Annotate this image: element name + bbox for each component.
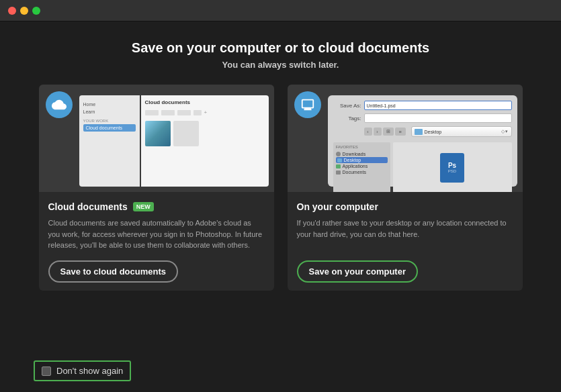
dont-show-checkbox[interactable]	[42, 366, 51, 376]
desktop-label: Desktop	[344, 158, 361, 162]
fav-downloads: Downloads	[336, 151, 388, 157]
location-value: Desktop	[425, 130, 442, 134]
mock-your-work: YOUR WORK	[83, 119, 136, 123]
mock-rect-3	[177, 110, 191, 115]
computer-card-body: On your computer If you'd rather save to…	[288, 192, 523, 291]
cloud-card-title-row: Cloud documents NEW	[48, 201, 265, 212]
nav-grid: ⊞	[383, 128, 394, 136]
cloud-card-title: Cloud documents	[48, 201, 128, 212]
mock-button-row: +	[145, 109, 265, 115]
computer-preview: Save As: Untitled-1.psd Tags: ‹ › ⊞ ≡	[288, 85, 523, 192]
tags-row: Tags:	[333, 113, 512, 123]
mock-rect-1	[145, 110, 159, 115]
psd-file-icon: Ps PSD	[440, 153, 464, 183]
dont-show-label: Don't show again	[56, 366, 123, 376]
mock-cloud-docs: Cloud documents	[83, 124, 136, 132]
save-on-computer-button[interactable]: Save on your computer	[297, 260, 418, 283]
computer-preview-inner: Save As: Untitled-1.psd Tags: ‹ › ⊞ ≡	[328, 95, 517, 187]
nav-list: ≡	[395, 128, 406, 136]
psd-ext-text: PSD	[448, 169, 456, 173]
applications-folder-icon	[336, 164, 341, 168]
close-button[interactable]	[8, 7, 16, 15]
documents-label: Documents	[343, 170, 366, 175]
cloud-card-body: Cloud documents NEW Cloud documents are …	[39, 192, 274, 291]
desktop-folder-icon	[337, 158, 342, 162]
traffic-lights	[8, 7, 40, 15]
mock-plus: +	[204, 109, 208, 115]
cloud-preview: Home Learn YOUR WORK Cloud documents Clo…	[39, 85, 274, 192]
bottom-bar: Don't show again	[0, 352, 561, 392]
computer-icon-circle	[294, 91, 321, 118]
nav-forward: ›	[374, 128, 382, 136]
save-as-row: Save As: Untitled-1.psd	[333, 101, 512, 110]
tags-label: Tags:	[333, 115, 361, 121]
cloud-icon	[52, 97, 67, 112]
dialog-favorites: Favorites Downloads Desktop	[333, 142, 390, 192]
nav-back: ‹	[364, 128, 372, 136]
psd-ps-text: Ps	[448, 162, 456, 169]
save-to-cloud-button[interactable]: Save to cloud documents	[48, 260, 178, 283]
cloud-mock-sidebar: Home Learn YOUR WORK Cloud documents	[79, 95, 140, 187]
cloud-card-description: Cloud documents are saved automatically …	[48, 217, 265, 251]
minimize-button[interactable]	[20, 7, 28, 15]
cloud-icon-circle	[46, 91, 73, 118]
monitor-icon	[300, 97, 315, 112]
new-badge: NEW	[133, 202, 154, 211]
applications-label: Applications	[343, 164, 368, 168]
dialog-files: Ps PSD	[393, 142, 512, 192]
location-chevron-icon: ◇ ▾	[501, 129, 509, 134]
dialog-title: Save on your computer or to cloud docume…	[132, 40, 429, 56]
main-content: Save on your computer or to cloud docume…	[0, 21, 561, 352]
computer-card: Save As: Untitled-1.psd Tags: ‹ › ⊞ ≡	[288, 85, 523, 291]
mock-learn: Learn	[83, 108, 136, 115]
fav-documents: Documents	[336, 169, 388, 175]
documents-folder-icon	[336, 170, 341, 175]
save-as-input: Untitled-1.psd	[364, 101, 512, 110]
fav-applications: Applications	[336, 163, 388, 169]
save-as-label: Save As:	[333, 103, 361, 109]
cards-row: Home Learn YOUR WORK Cloud documents Clo…	[39, 85, 523, 291]
dialog-lower: Favorites Downloads Desktop	[333, 142, 512, 192]
mock-thumbnail-1	[145, 121, 171, 146]
mock-home: Home	[83, 101, 136, 108]
location-folder-icon	[415, 129, 423, 135]
titlebar	[0, 0, 561, 21]
maximize-button[interactable]	[32, 7, 40, 15]
cloud-card: Home Learn YOUR WORK Cloud documents Clo…	[39, 85, 274, 291]
cloud-mock-main: Cloud documents +	[141, 95, 269, 187]
fav-desktop: Desktop	[336, 157, 388, 163]
downloads-icon	[336, 152, 341, 156]
favorites-title: Favorites	[336, 145, 388, 149]
computer-card-description: If you'd rather save to your desktop or …	[297, 217, 513, 251]
mock-rect-4	[193, 110, 202, 115]
downloads-label: Downloads	[343, 152, 366, 156]
mock-thumbnail-row	[145, 121, 265, 146]
dialog-subtitle: You can always switch later.	[222, 60, 339, 70]
location-select: Desktop ◇ ▾	[411, 126, 512, 137]
tags-input	[364, 113, 512, 123]
mock-rect-2	[161, 110, 175, 115]
computer-card-title-row: On your computer	[297, 201, 513, 212]
dont-show-container[interactable]: Don't show again	[34, 360, 131, 381]
mock-thumbnail-2	[173, 121, 199, 146]
computer-card-title: On your computer	[297, 201, 378, 212]
mock-cloud-docs-label: Cloud documents	[145, 99, 265, 105]
location-row: ‹ › ⊞ ≡ Desktop ◇ ▾	[333, 126, 512, 137]
